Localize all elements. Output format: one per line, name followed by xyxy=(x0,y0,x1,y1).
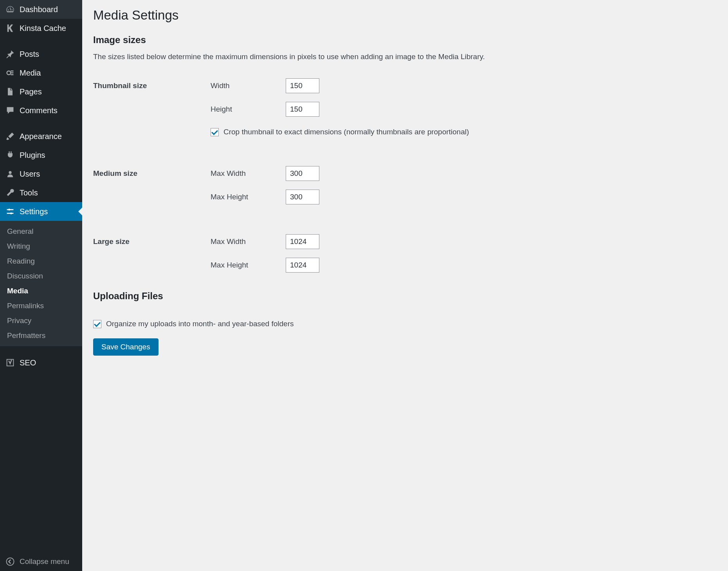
sidebar-item-pages[interactable]: Pages xyxy=(0,82,82,101)
kinsta-icon xyxy=(5,23,15,33)
submenu-media[interactable]: Media xyxy=(0,284,82,298)
sidebar-item-kinsta-cache[interactable]: Kinsta Cache xyxy=(0,19,82,38)
pages-icon xyxy=(5,87,15,96)
users-icon xyxy=(5,169,15,179)
thumbnail-height-label: Height xyxy=(211,105,286,114)
submenu-privacy[interactable]: Privacy xyxy=(0,313,82,328)
thumbnail-size-label: Thumbnail size xyxy=(93,73,207,142)
medium-height-input[interactable] xyxy=(286,190,319,204)
submenu-discussion[interactable]: Discussion xyxy=(0,269,82,284)
sidebar-item-settings[interactable]: Settings xyxy=(0,202,82,221)
thumbnail-height-input[interactable] xyxy=(286,102,319,117)
submenu-writing[interactable]: Writing xyxy=(0,239,82,254)
svg-point-1 xyxy=(9,171,11,174)
sidebar-item-seo[interactable]: SEO xyxy=(0,353,82,372)
sidebar-item-media[interactable]: Media xyxy=(0,63,82,82)
svg-point-4 xyxy=(6,558,14,565)
sidebar-item-appearance[interactable]: Appearance xyxy=(0,127,82,146)
page-title: Media Settings xyxy=(93,8,717,23)
submenu-general[interactable]: General xyxy=(0,224,82,239)
section-image-sizes: Image sizes xyxy=(93,34,717,45)
sidebar-item-label: Kinsta Cache xyxy=(20,24,66,33)
thumbnail-crop-label[interactable]: Crop thumbnail to exact dimensions (norm… xyxy=(223,128,469,136)
sidebar-item-label: Users xyxy=(20,170,40,179)
dashboard-icon xyxy=(5,5,15,14)
collapse-label: Collapse menu xyxy=(20,557,69,566)
large-width-input[interactable] xyxy=(286,234,319,249)
wrench-icon xyxy=(5,188,15,197)
submenu-reading[interactable]: Reading xyxy=(0,254,82,269)
sidebar-item-posts[interactable]: Posts xyxy=(0,45,82,63)
save-changes-button[interactable]: Save Changes xyxy=(93,338,159,356)
settings-sliders-icon xyxy=(5,207,15,216)
sidebar-item-label: Dashboard xyxy=(20,5,58,14)
sidebar-item-comments[interactable]: Comments xyxy=(0,101,82,120)
submenu-permalinks[interactable]: Permalinks xyxy=(0,298,82,313)
organize-uploads-checkbox[interactable] xyxy=(93,320,101,328)
admin-sidebar: Dashboard Kinsta Cache Posts Media Pages… xyxy=(0,0,82,571)
large-size-label: Large size xyxy=(93,229,207,278)
plug-icon xyxy=(5,150,15,160)
sidebar-item-dashboard[interactable]: Dashboard xyxy=(0,0,82,19)
section-uploading-files: Uploading Files xyxy=(93,291,717,302)
sidebar-item-tools[interactable]: Tools xyxy=(0,183,82,202)
svg-point-2 xyxy=(8,209,10,211)
sidebar-item-label: Media xyxy=(20,69,41,78)
sidebar-item-users[interactable]: Users xyxy=(0,164,82,183)
main-content: Media Settings Image sizes The sizes lis… xyxy=(82,0,728,571)
sidebar-item-label: Appearance xyxy=(20,132,62,141)
thumbnail-crop-checkbox[interactable] xyxy=(211,128,219,136)
yoast-icon xyxy=(5,358,15,367)
large-height-input[interactable] xyxy=(286,258,319,273)
sidebar-item-plugins[interactable]: Plugins xyxy=(0,146,82,164)
svg-point-3 xyxy=(10,212,12,214)
sidebar-item-label: Tools xyxy=(20,188,38,197)
medium-width-input[interactable] xyxy=(286,166,319,181)
sidebar-item-label: Settings xyxy=(20,207,48,216)
thumbnail-width-input[interactable] xyxy=(286,78,319,93)
medium-size-label: Medium size xyxy=(93,161,207,210)
sidebar-item-label: Plugins xyxy=(20,151,45,160)
image-sizes-description: The sizes listed below determine the max… xyxy=(93,52,717,61)
large-height-label: Max Height xyxy=(211,261,286,269)
medium-height-label: Max Height xyxy=(211,193,286,201)
collapse-icon xyxy=(5,557,15,566)
collapse-menu-button[interactable]: Collapse menu xyxy=(0,552,82,571)
sidebar-item-label: Posts xyxy=(20,50,39,59)
sidebar-item-label: Comments xyxy=(20,106,58,115)
pin-icon xyxy=(5,49,15,59)
sidebar-item-label: Pages xyxy=(20,87,42,96)
submenu-perfmatters[interactable]: Perfmatters xyxy=(0,328,82,343)
medium-width-label: Max Width xyxy=(211,169,286,178)
organize-uploads-label[interactable]: Organize my uploads into month- and year… xyxy=(106,320,294,328)
large-width-label: Max Width xyxy=(211,237,286,246)
media-icon xyxy=(5,68,15,78)
svg-point-0 xyxy=(7,71,11,75)
brush-icon xyxy=(5,132,15,141)
thumbnail-width-label: Width xyxy=(211,81,286,90)
sidebar-item-label: SEO xyxy=(20,358,36,367)
settings-submenu: General Writing Reading Discussion Media… xyxy=(0,221,82,346)
comments-icon xyxy=(5,106,15,115)
